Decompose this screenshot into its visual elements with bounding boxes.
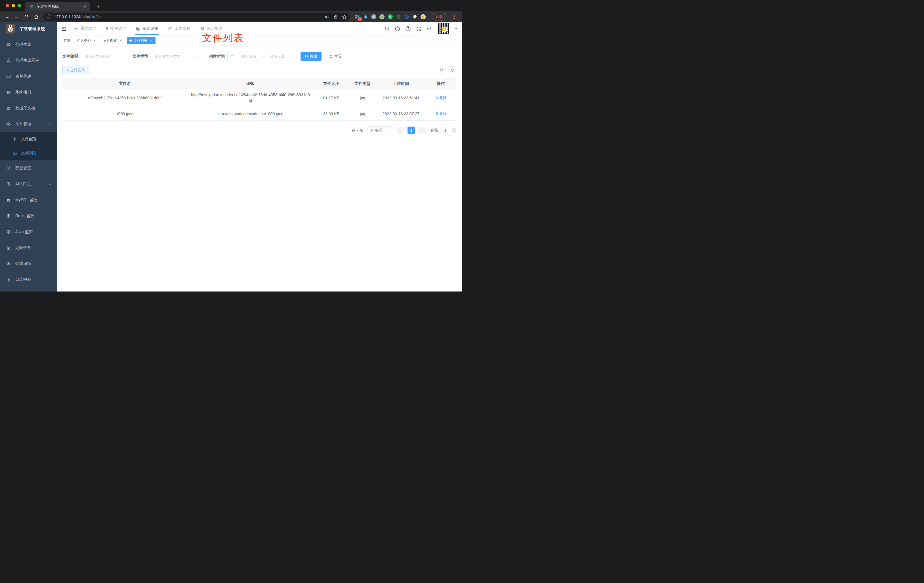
extension-command-icon[interactable]: ⌘ xyxy=(371,14,376,19)
window-minimize-button[interactable] xyxy=(12,4,15,7)
upload-file-button[interactable]: + 上传文件 xyxy=(63,66,89,74)
extension-star-icon[interactable] xyxy=(396,14,401,19)
search-button[interactable]: 搜索 xyxy=(300,52,322,61)
sidebar-collapse-button[interactable] xyxy=(59,24,69,33)
cell-time: 2022-03-16 23:51:41 xyxy=(376,92,426,104)
extension-drop-icon[interactable] xyxy=(363,14,368,19)
url-text[interactable]: 127.0.0.1:1024/infra/file/file xyxy=(54,15,321,19)
select-placeholder: 请选择文件类型 xyxy=(155,54,180,59)
forward-button[interactable]: → xyxy=(13,13,21,21)
sidebar-item-form-builder[interactable]: 表单构建 xyxy=(0,68,57,84)
tag-profile[interactable]: 个人中心 ✕ xyxy=(75,37,99,44)
user-avatar-qr[interactable] xyxy=(438,23,449,34)
delete-button[interactable]: 删除 xyxy=(435,95,447,101)
site-info-icon[interactable]: i xyxy=(46,15,51,19)
tag-home[interactable]: 首页 xyxy=(61,37,73,44)
sidebar-item-java-monitor[interactable]: Java 监控 xyxy=(0,224,57,240)
sidebar-item-code-gen[interactable]: 代码生成 xyxy=(0,36,57,53)
fullscreen-icon[interactable] xyxy=(416,26,421,31)
search-icon[interactable] xyxy=(384,26,390,31)
cell-url: http://test.yudao.iocoder.cn/a294ecb2-73… xyxy=(187,89,314,107)
password-key-icon[interactable] xyxy=(325,15,330,19)
sidebar-item-file-config[interactable]: 文件配置 xyxy=(0,132,57,146)
next-page-button[interactable]: › xyxy=(418,127,426,134)
sidebar-item-file-management[interactable]: 文件管理 xyxy=(0,116,57,132)
browser-menu-icon[interactable] xyxy=(452,15,456,19)
nav-system-management[interactable]: 系统管理 xyxy=(74,22,96,35)
sidebar-item-redis-monitor[interactable]: Redis 监控 xyxy=(0,208,57,224)
sidebar-item-label: Redis 监控 xyxy=(15,213,35,218)
refresh-table-button[interactable] xyxy=(449,66,456,74)
page-number-button[interactable]: 1 xyxy=(408,127,415,134)
sidebar-item-trace[interactable]: 链路追踪 xyxy=(0,256,57,272)
sidebar-item-mysql-monitor[interactable]: MySQL 监控 xyxy=(0,192,57,208)
nav-infrastructure[interactable]: 基础设施 xyxy=(136,22,158,35)
window-controls[interactable] xyxy=(6,4,21,7)
new-tab-button[interactable]: + xyxy=(94,3,102,10)
goto-page-input[interactable] xyxy=(440,127,450,134)
nav-statistics[interactable]: 统计报表 xyxy=(200,22,223,35)
home-button[interactable] xyxy=(32,13,40,21)
browser-tab[interactable]: 芋道管理系统 ✕ xyxy=(25,2,90,12)
tab-close-icon[interactable]: ✕ xyxy=(82,4,87,9)
font-size-icon[interactable]: ᴛT xyxy=(426,26,432,31)
close-icon[interactable]: ✕ xyxy=(149,39,153,43)
form-icon xyxy=(6,74,11,79)
tag-file-list[interactable]: 文件列表 ✕ xyxy=(127,37,155,44)
yen-icon: ¥ xyxy=(106,26,109,31)
sidebar-logo-row[interactable]: 芋道管理系统 xyxy=(0,22,57,35)
end-date-placeholder[interactable]: 结束日期 xyxy=(266,54,290,59)
gear-icon xyxy=(74,26,78,31)
profile-emoji-icon[interactable] xyxy=(421,14,426,19)
share-icon[interactable] xyxy=(333,15,338,19)
sidebar-item-code-demo[interactable]: 代码生成示例 xyxy=(0,53,57,68)
delete-button[interactable]: 删除 xyxy=(435,111,447,117)
timer-doc-icon xyxy=(6,246,11,250)
user-menu-caret-icon[interactable]: ▼ xyxy=(455,27,457,30)
extensions-puzzle-icon[interactable] xyxy=(412,14,417,19)
start-date-placeholder[interactable]: 开始日期 xyxy=(237,54,261,59)
page-size-select[interactable]: 10条/页 xyxy=(367,126,393,134)
browser-update-button[interactable]: 更新 xyxy=(432,13,446,20)
sidebar-item-log-center[interactable]: 日志中心 xyxy=(0,272,57,287)
header-actions: ᴛT ▼ xyxy=(384,23,457,34)
file-type-select[interactable]: 请选择文件类型 xyxy=(151,52,202,61)
reset-button[interactable]: 重置 xyxy=(325,52,346,61)
bookmark-star-icon[interactable] xyxy=(342,15,347,19)
nav-payment-management[interactable]: ¥ 支付管理 xyxy=(106,22,126,35)
tag-file-config[interactable]: 文件配置 ✕ xyxy=(101,37,125,44)
sidebar-item-system-api[interactable]: 系统接口 xyxy=(0,84,57,100)
sidebar-item-scheduled-tasks[interactable]: 定时任务 xyxy=(0,240,57,256)
sidebar-item-config-management[interactable]: 配置管理 xyxy=(0,160,57,176)
extension-y-icon[interactable]: y xyxy=(388,14,393,19)
toggle-search-button[interactable] xyxy=(437,66,445,74)
sidebar-item-file-list[interactable]: 文件列表 xyxy=(0,146,57,160)
prev-page-button[interactable]: ‹ xyxy=(397,127,404,134)
date-range-picker[interactable]: 开始日期 - 结束日期 xyxy=(227,52,293,61)
close-icon[interactable]: ✕ xyxy=(92,39,96,43)
sidebar-item-label: 配置管理 xyxy=(15,166,31,171)
extension-blocks-icon[interactable]: 11 xyxy=(355,14,360,19)
nav-workflow[interactable]: 工作流程 xyxy=(168,22,190,35)
github-icon[interactable] xyxy=(395,26,401,31)
file-path-input[interactable] xyxy=(81,52,126,61)
address-bar[interactable]: i 127.0.0.1:1024/infra/file/file xyxy=(43,13,350,21)
reload-button[interactable] xyxy=(22,13,31,21)
window-close-button[interactable] xyxy=(6,4,9,7)
window-zoom-button[interactable] xyxy=(18,4,21,7)
sidebar-item-db-doc[interactable]: 数据库文档 xyxy=(0,100,57,116)
back-button[interactable]: ← xyxy=(3,13,12,21)
extension-eye-icon[interactable] xyxy=(404,14,409,19)
extension-dot-icon[interactable] xyxy=(380,14,384,19)
delete-label: 删除 xyxy=(439,111,447,117)
shield-check-icon xyxy=(6,58,11,63)
col-header-time: 上传时间 xyxy=(376,78,426,89)
file-table: 文件名 URL 文件大小 文件类型 上传时间 操作 a294ecb2-73dd-… xyxy=(63,78,456,121)
help-icon[interactable] xyxy=(405,26,411,31)
page-size-value: 10条/页 xyxy=(370,128,383,133)
nav-label: 统计报表 xyxy=(206,26,223,31)
goto-label: 前往 xyxy=(431,128,438,133)
sidebar-item-api-log[interactable]: API 日志 xyxy=(0,176,57,192)
layers-icon xyxy=(6,214,11,218)
close-icon[interactable]: ✕ xyxy=(119,39,122,43)
